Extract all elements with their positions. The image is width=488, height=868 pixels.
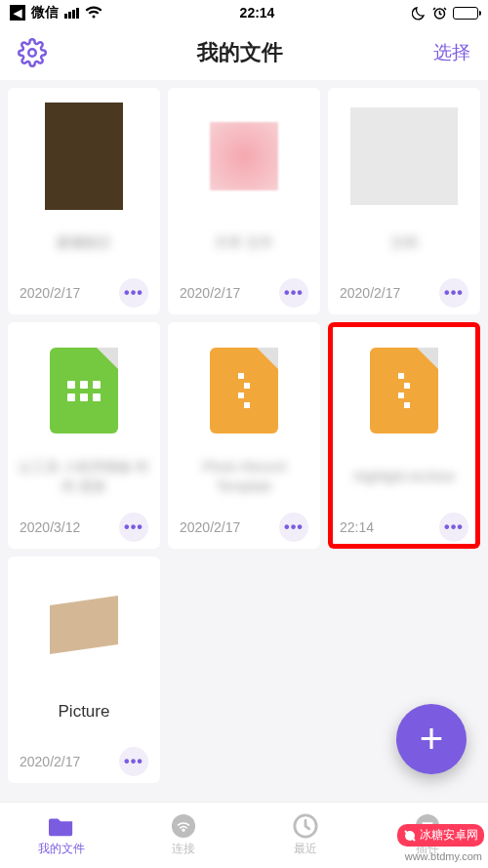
document-thumbnail-icon [350,107,458,205]
settings-button[interactable] [18,38,47,67]
file-name: 认工具 小程序模板 时间 更新 [18,458,150,496]
watermark-badge: 冰糖安卓网 [397,824,484,847]
battery-icon [453,7,478,20]
watermark-url: www.btdmy.com [405,850,482,862]
carrier-label: 微信 [31,4,59,21]
file-card[interactable]: 共享 文件 2020/2/17 ••• [168,88,320,314]
nav-label: 我的文件 [38,841,85,857]
clock-icon [293,813,318,839]
file-date: 2020/2/17 [180,285,240,301]
file-card[interactable]: 文档 2020/2/17 ••• [328,88,480,314]
back-indicator-icon: ◀ [10,5,25,21]
alarm-icon [432,6,447,21]
file-name: 共享 文件 [215,233,273,253]
nav-label: 连接 [172,841,195,857]
file-card[interactable]: 蒙娜丽莎 2020/2/17 ••• [8,88,160,314]
file-name: 文档 [390,233,418,253]
file-date: 22:14 [340,519,374,535]
header: 我的文件 选择 [0,25,488,80]
gear-icon [18,38,47,67]
moon-icon [412,6,427,21]
folder-icon [49,813,74,839]
more-button[interactable]: ••• [119,747,148,776]
file-date: 2020/2/17 [20,285,80,301]
more-button[interactable]: ••• [279,278,308,308]
wifi-icon [85,6,102,20]
file-card[interactable]: Photo Record Template 2020/2/17 ••• [168,322,320,549]
nav-connect[interactable]: 连接 [122,803,244,868]
more-button[interactable]: ••• [119,278,148,308]
file-grid: 蒙娜丽莎 2020/2/17 ••• 共享 文件 2020/2/17 ••• 文… [0,80,488,791]
file-date: 2020/2/17 [180,519,240,535]
file-date: 2020/2/17 [20,754,80,769]
more-button[interactable]: ••• [439,513,468,542]
image-thumbnail-icon [45,103,123,210]
select-button[interactable]: 选择 [433,40,470,65]
file-name: 蒙娜丽莎 [57,233,111,253]
add-button[interactable]: + [396,704,467,774]
status-left: ◀ 微信 [10,4,102,21]
nav-label: 最近 [294,841,317,857]
archive-file-icon [210,348,278,434]
candy-icon [403,829,417,843]
watermark: 冰糖安卓网 [397,824,484,847]
more-button[interactable]: ••• [439,278,468,308]
file-card[interactable]: 认工具 小程序模板 时间 更新 2020/3/12 ••• [8,322,160,549]
file-name: Photo Record Template [178,458,310,496]
file-date: 2020/2/17 [340,285,400,301]
wifi-nav-icon [171,813,196,839]
status-bar: ◀ 微信 22:14 [0,0,488,25]
nav-my-files[interactable]: 我的文件 [0,803,122,868]
file-card[interactable]: Picture 2020/2/17 ••• [8,557,160,783]
plus-icon: + [420,719,444,760]
more-button[interactable]: ••• [119,513,148,542]
nav-recent[interactable]: 最近 [244,803,366,868]
file-name: Highlight Archive [353,468,455,487]
page-title: 我的文件 [197,38,283,67]
file-name: Picture [59,702,110,722]
more-button[interactable]: ••• [279,513,308,542]
status-right [412,6,478,21]
watermark-site: 冰糖安卓网 [420,827,478,844]
package-thumbnail-icon [50,596,118,654]
archive-file-icon [370,348,438,434]
file-date: 2020/3/12 [20,519,80,535]
signal-icon [64,8,79,19]
svg-point-1 [28,49,36,57]
image-thumbnail-icon [210,122,278,190]
file-card-highlighted[interactable]: Highlight Archive 22:14 ••• [328,322,480,549]
spreadsheet-file-icon [50,348,118,434]
status-time: 22:14 [240,5,275,21]
